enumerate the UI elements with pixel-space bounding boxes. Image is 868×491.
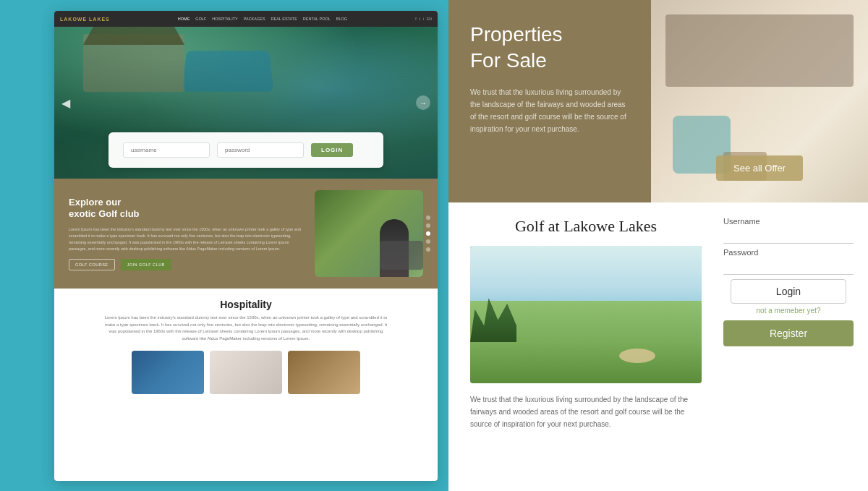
nav-home[interactable]: HOME xyxy=(178,17,190,21)
login-button[interactable]: Login xyxy=(731,279,846,304)
hero-login-form: LOGIN xyxy=(109,132,383,168)
nav-rental-pool[interactable]: RENTAL POOL xyxy=(303,17,331,21)
golf-section-title: Explore ourexotic Golf club xyxy=(69,197,303,221)
hero-username-input[interactable] xyxy=(123,142,210,158)
hospitality-section: Hospitality Lorem Ipsum has been the ind… xyxy=(54,289,438,404)
right-lower: Golf at Lakowe Lakes We trust that the l… xyxy=(448,202,868,491)
left-panel: LAKOWE LAKES HOME GOLF HOSPITALITY PACKA… xyxy=(54,11,438,481)
bunker xyxy=(619,349,655,363)
properties-section: PropertiesFor Sale We trust that the lux… xyxy=(448,0,868,202)
hospitality-card-1[interactable] xyxy=(132,351,204,394)
hero-next-arrow[interactable]: → xyxy=(416,95,430,110)
golf-club-section: Explore ourexotic Golf club Lorem Ipsum … xyxy=(54,179,438,289)
nav-links: HOME GOLF HOSPITALITY PACKAGES REAL ESTA… xyxy=(178,17,347,21)
login-form-column: Username Password Login not a memeber ye… xyxy=(716,202,868,491)
twitter-icon[interactable]: t xyxy=(420,17,420,21)
golf-text-block: Explore ourexotic Golf club Lorem Ipsum … xyxy=(69,197,303,271)
facebook-icon[interactable]: f xyxy=(415,17,416,21)
password-label: Password xyxy=(723,248,854,257)
hospitality-card-3[interactable] xyxy=(288,351,360,394)
golf-lakowe-column: Golf at Lakowe Lakes We trust that the l… xyxy=(448,202,716,491)
nav-right: f t i EN xyxy=(415,17,432,21)
register-button[interactable]: Register xyxy=(723,320,854,346)
properties-image-area: See all Offer xyxy=(651,0,868,202)
username-input[interactable] xyxy=(723,227,854,244)
golf-cart xyxy=(380,241,423,270)
language-selector[interactable]: EN xyxy=(427,17,432,21)
hero-section: ◀ → LOGIN xyxy=(54,27,438,179)
hospitality-card-2[interactable] xyxy=(210,351,282,394)
password-input[interactable] xyxy=(723,258,854,275)
carousel-dot-5[interactable] xyxy=(426,247,430,252)
nav-bar: LAKOWE LAKES HOME GOLF HOSPITALITY PACKA… xyxy=(54,11,438,27)
hospitality-cards xyxy=(69,351,423,394)
properties-text-area: PropertiesFor Sale We trust that the lux… xyxy=(448,0,651,202)
hero-prev-arrow[interactable]: ◀ xyxy=(61,96,70,110)
nav-real-estate[interactable]: REAL ESTATE xyxy=(271,17,297,21)
golf-buttons: GOLF COURSE JOIN GOLF CLUB xyxy=(69,259,303,270)
hero-password-input[interactable] xyxy=(217,142,304,158)
carousel-dot-2[interactable] xyxy=(426,223,430,228)
instagram-icon[interactable]: i xyxy=(423,17,424,21)
carousel-dots xyxy=(426,215,430,252)
see-all-offer-button[interactable]: See all Offer xyxy=(716,155,803,181)
properties-title: PropertiesFor Sale xyxy=(470,22,629,74)
username-field-group: Username xyxy=(723,217,854,244)
username-label: Username xyxy=(723,217,854,226)
properties-description: We trust that the luxurious living surro… xyxy=(470,86,629,135)
golf-lakowe-title: Golf at Lakowe Lakes xyxy=(470,217,702,236)
hero-login-button[interactable]: LOGIN xyxy=(311,143,353,157)
right-panel: PropertiesFor Sale We trust that the lux… xyxy=(448,0,868,491)
carousel-dot-3[interactable] xyxy=(426,231,430,236)
golf-section-image xyxy=(315,190,423,277)
not-member-link[interactable]: not a memeber yet? xyxy=(723,307,854,315)
password-field-group: Password xyxy=(723,248,854,275)
carousel-dot-4[interactable] xyxy=(426,239,430,244)
nav-packages[interactable]: PACKAGES xyxy=(244,17,265,21)
golf-lakowe-image xyxy=(470,246,702,383)
nav-logo: LAKOWE LAKES xyxy=(60,17,110,22)
carousel-dot-1[interactable] xyxy=(426,215,430,220)
golf-lakowe-description: We trust that the luxurious living surro… xyxy=(470,393,702,430)
hospitality-description: Lorem Ipsum has been the industry's stan… xyxy=(101,315,391,342)
hospitality-title: Hospitality xyxy=(69,299,423,310)
nav-hospitality[interactable]: HOSPITALITY xyxy=(212,17,237,21)
nav-golf[interactable]: GOLF xyxy=(195,17,206,21)
golf-section-description: Lorem Ipsum has been the industry's stan… xyxy=(69,226,303,252)
room-shelf xyxy=(665,14,854,87)
golf-course-button[interactable]: GOLF COURSE xyxy=(69,259,115,270)
join-golf-club-button[interactable]: JOIN GOLF CLUB xyxy=(121,259,171,270)
nav-blog[interactable]: BLOG xyxy=(336,17,347,21)
